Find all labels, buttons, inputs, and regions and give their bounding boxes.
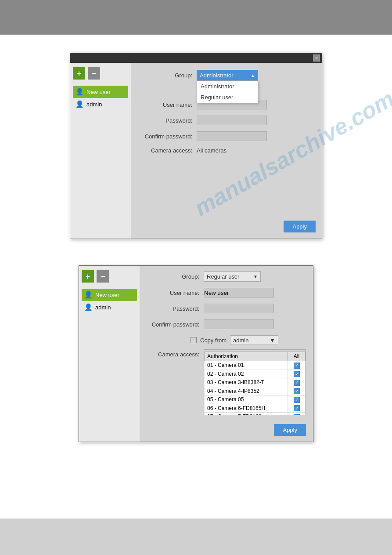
group-dropdown-value: Administrator	[200, 72, 234, 79]
camera-access-value: All cameras	[197, 147, 313, 154]
check-icon: ✓	[294, 371, 300, 377]
apply-button-2[interactable]: Apply	[274, 424, 306, 436]
table-row: 07 - Camera 7-FD8162 ✓	[205, 413, 306, 416]
dialog2-username-label: User name:	[147, 290, 204, 296]
dialog1-sidebar: + − 👤 New user 👤 admin	[70, 63, 131, 239]
camera-access-text: All cameras	[197, 147, 227, 154]
dialog2-camera-access-label: Camera access:	[147, 349, 204, 358]
dialog2-sidebar-controls: + −	[82, 270, 137, 283]
copy-from-checkbox[interactable]	[191, 337, 197, 343]
username-label: User name:	[140, 102, 197, 108]
group-label: Group:	[140, 72, 197, 79]
camera-checkbox[interactable]: ✓	[288, 370, 306, 378]
dialog2-group-label: Group:	[147, 273, 204, 280]
dialog2-sidebar-item-admin[interactable]: 👤 admin	[82, 301, 137, 313]
dialog2-password-row: Password:	[147, 304, 306, 313]
dialog1-form-area: Group: Administrator ▲ Administrator Reg…	[131, 63, 322, 239]
password-input-container	[197, 116, 313, 125]
camera-checkbox[interactable]: ✓	[288, 378, 306, 387]
dialog2-sidebar-item-newuser[interactable]: 👤 New user	[82, 289, 137, 301]
camera-name: 07 - Camera 7-FD8162	[205, 413, 288, 416]
camera-table-container[interactable]: Authorization All 01 - Camera 01 ✓ 02 - …	[204, 349, 306, 415]
add-user-button-2[interactable]: +	[82, 270, 94, 283]
table-row: 02 - Camera 02 ✓	[205, 370, 306, 378]
dialog2-group-value: Regular user	[207, 273, 239, 280]
remove-user-button-2[interactable]: −	[97, 270, 109, 283]
dropdown-arrow-icon: ▲	[251, 73, 255, 78]
copy-from-dropdown[interactable]: admin ▼	[230, 335, 278, 345]
copy-from-row: Copy from admin ▼	[147, 335, 306, 345]
confirm-password-input[interactable]	[197, 131, 267, 141]
sidebar-item-newuser[interactable]: 👤 New user	[73, 86, 128, 98]
camera-checkbox[interactable]: ✓	[288, 413, 306, 416]
admin-icon: 👤	[76, 100, 84, 108]
dialog2-confirm-password-row: Confirm password:	[147, 319, 306, 329]
camera-access-label: Camera access:	[140, 147, 197, 154]
camera-checkbox[interactable]: ✓	[288, 387, 306, 395]
table-row: 03 - Camera 3-IB8382-T ✓	[205, 378, 306, 387]
auth-header: Authorization	[205, 352, 288, 361]
remove-user-button[interactable]: −	[88, 67, 100, 80]
table-row: 06 - Camera 6-FD8165H ✓	[205, 404, 306, 413]
top-bar	[0, 0, 392, 35]
apply-button-1[interactable]: Apply	[284, 221, 316, 232]
sidebar-controls: + −	[73, 67, 128, 80]
dialog2-dropdown-arrow-icon: ▼	[253, 274, 258, 279]
admin-icon-2: 👤	[84, 303, 93, 311]
check-icon: ✓	[294, 380, 300, 386]
dialog2-group-dropdown-container: Regular user ▼	[204, 271, 306, 282]
dialog2-confirm-password-label: Confirm password:	[147, 321, 204, 328]
option-administrator[interactable]: Administrator	[197, 81, 258, 92]
close-button[interactable]: ×	[313, 54, 320, 62]
password-label: Password:	[140, 117, 197, 124]
dialog2-confirm-password-input-container	[204, 319, 306, 329]
copy-from-arrow-icon: ▼	[270, 337, 275, 344]
camera-table: Authorization All 01 - Camera 01 ✓ 02 - …	[204, 352, 306, 415]
confirm-password-input-container	[197, 131, 313, 141]
password-input[interactable]	[197, 116, 267, 125]
all-header: All	[288, 352, 306, 361]
dialog2-camera-access-row: Camera access: Authorization All	[147, 349, 306, 415]
dialog1: × + − 👤 New user 👤 admin	[70, 53, 322, 239]
camera-name: 03 - Camera 3-IB8382-T	[205, 378, 288, 387]
dialog2-group-row: Group: Regular user ▼	[147, 271, 306, 282]
add-user-button[interactable]: +	[73, 67, 85, 80]
dialog2-password-input[interactable]	[204, 304, 274, 313]
dialog2-confirm-password-input[interactable]	[204, 319, 274, 329]
camera-name: 01 - Camera 01	[205, 361, 288, 370]
table-header-row: Authorization All	[205, 352, 306, 361]
group-dropdown[interactable]: Administrator ▲	[197, 70, 258, 80]
camera-name: 05 - Camera 05	[205, 395, 288, 404]
dialog2-sidebar-admin-label: admin	[95, 304, 111, 311]
dialog2: + − 👤 New user 👤 admin	[79, 265, 313, 442]
dialog2-username-input[interactable]	[204, 288, 274, 297]
group-dropdown-menu: Administrator Regular user	[197, 80, 258, 103]
page-content: × + − 👤 New user 👤 admin	[0, 35, 392, 519]
table-row: 01 - Camera 01 ✓	[205, 361, 306, 370]
camera-checkbox[interactable]: ✓	[288, 404, 306, 413]
check-icon: ✓	[294, 405, 300, 411]
group-dropdown-container: Administrator ▲ Administrator Regular us…	[197, 70, 313, 80]
camera-name: 04 - Camera 4-IP8352	[205, 387, 288, 395]
dialog1-titlebar: ×	[70, 53, 322, 63]
table-row: 04 - Camera 4-IP8352 ✓	[205, 387, 306, 395]
check-icon: ✓	[294, 414, 300, 416]
camera-checkbox[interactable]: ✓	[288, 395, 306, 404]
sidebar-item-newuser-label: New user	[86, 89, 111, 95]
option-regular-user[interactable]: Regular user	[197, 92, 258, 103]
dialog1-body: + − 👤 New user 👤 admin	[70, 63, 322, 239]
dialog2-form-area: Group: Regular user ▼ User name:	[140, 266, 313, 442]
camera-name: 06 - Camera 6-FD8165H	[205, 404, 288, 413]
check-icon: ✓	[294, 388, 300, 394]
new-user-icon-2: 👤	[84, 291, 93, 299]
copy-from-label: Copy from	[200, 337, 227, 344]
sidebar-item-admin[interactable]: 👤 admin	[73, 98, 128, 110]
new-user-icon: 👤	[76, 88, 84, 96]
camera-access-row: Camera access: All cameras	[140, 147, 313, 154]
dialog2-group-dropdown[interactable]: Regular user ▼	[204, 271, 261, 282]
camera-checkbox[interactable]: ✓	[288, 361, 306, 370]
dialog2-password-label: Password:	[147, 305, 204, 312]
dialog2-username-input-container	[204, 288, 306, 297]
table-row: 05 - Camera 05 ✓	[205, 395, 306, 404]
check-icon: ✓	[294, 397, 300, 403]
